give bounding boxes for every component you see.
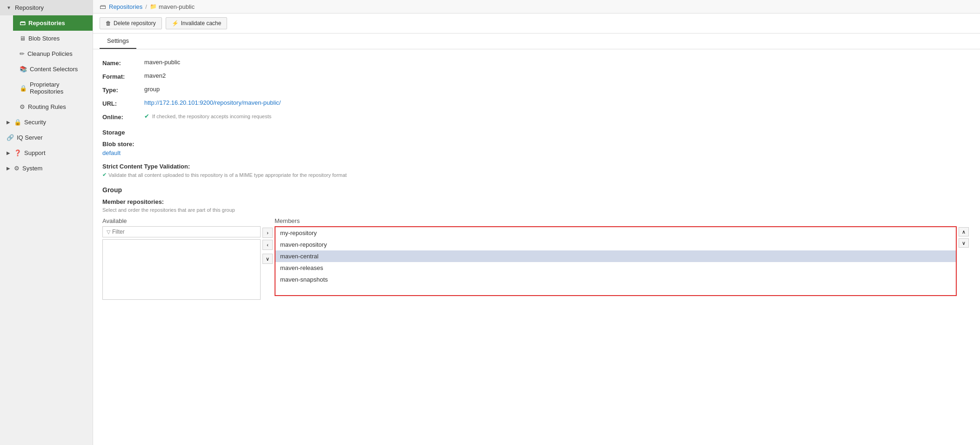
tab-settings[interactable]: Settings	[100, 34, 136, 49]
chevron-right-support-icon: ▶	[7, 150, 10, 155]
sidebar-group-repository[interactable]: ▼ Repository	[0, 0, 93, 15]
member-repos-title: Member repositories:	[102, 198, 971, 205]
format-value: maven2	[144, 72, 166, 79]
cleanup-policies-icon: ✏	[20, 50, 25, 57]
move-right-button[interactable]: ›	[262, 228, 273, 238]
breadcrumb-page-icon: 📁	[150, 3, 157, 10]
invalidate-button-label: Invalidate cache	[181, 20, 222, 27]
sidebar-item-repositories-label: Repositories	[28, 20, 65, 27]
member-item[interactable]: maven-central	[275, 250, 956, 262]
sidebar-item-repositories[interactable]: 🗃 Repositories	[13, 15, 93, 31]
sidebar-item-content-selectors-label: Content Selectors	[30, 66, 78, 73]
sidebar: ▼ Repository 🗃 Repositories 🖥 Blob Store…	[0, 0, 93, 445]
members-container: Members my-repositorymaven-repositorymav…	[275, 217, 971, 296]
member-item[interactable]: maven-snapshots	[275, 274, 956, 285]
sidebar-group-system-label: System	[22, 165, 42, 172]
proprietary-icon: 🔒	[20, 85, 27, 92]
chevron-down-icon: ▼	[7, 5, 11, 10]
sidebar-item-proprietary-repos[interactable]: 🔒 Proprietary Repositories	[13, 77, 93, 99]
sidebar-item-blob-stores[interactable]: 🖥 Blob Stores	[13, 31, 93, 46]
name-label: Name:	[102, 59, 144, 67]
filter-box: ▽	[102, 226, 261, 237]
security-icon: 🔒	[14, 119, 21, 126]
delete-button-label: Delete repository	[114, 20, 156, 27]
transfer-buttons: › ‹ ∨	[261, 228, 275, 264]
available-label: Available	[102, 217, 261, 224]
strict-check-icon: ✔	[102, 172, 107, 178]
member-repos-desc: Select and order the repositories that a…	[102, 207, 971, 213]
member-item[interactable]: maven-repository	[275, 239, 956, 250]
routing-icon: ⚙	[20, 103, 25, 110]
available-panel: Available ▽	[102, 217, 261, 300]
strict-content-validation: ✔ Validate that all content uploaded to …	[102, 172, 971, 178]
sidebar-item-iq-label: IQ Server	[17, 134, 43, 141]
strict-content-text: Validate that all content uploaded to th…	[108, 172, 347, 178]
members-panel: my-repositorymaven-repositorymaven-centr…	[275, 226, 957, 296]
sidebar-group-support[interactable]: ▶ ❓ Support	[0, 145, 93, 161]
sidebar-group-repository-label: Repository	[15, 4, 44, 11]
type-value: group	[144, 86, 160, 93]
delete-repository-button[interactable]: 🗑 Delete repository	[100, 17, 162, 29]
members-label: Members	[275, 217, 971, 224]
format-label: Format:	[102, 72, 144, 80]
move-up-order-button[interactable]: ∧	[959, 227, 969, 236]
online-label: Online:	[102, 113, 144, 121]
content-area: 🗃 Repositories / 📁 maven-public 🗑 Delete…	[93, 0, 980, 445]
strict-content-block: Strict Content Type Validation: ✔ Valida…	[102, 163, 971, 178]
invalidate-cache-button[interactable]: ⚡ Invalidate cache	[166, 17, 228, 29]
move-down-order-button[interactable]: ∨	[959, 238, 969, 248]
breadcrumb-separator: /	[145, 3, 147, 10]
members-inner: my-repositorymaven-repositorymaven-centr…	[275, 226, 971, 296]
member-item[interactable]: maven-releases	[275, 262, 956, 274]
filter-input[interactable]	[112, 229, 256, 235]
sidebar-item-content-selectors[interactable]: 📚 Content Selectors	[13, 61, 93, 77]
blob-store-value: default	[102, 149, 971, 156]
blob-store-block: Blob store: default	[102, 141, 971, 156]
chevron-right-icon: ▶	[7, 120, 10, 125]
sidebar-group-security-label: Security	[24, 119, 46, 126]
blob-store-label: Blob store:	[102, 141, 971, 148]
sidebar-group-system[interactable]: ▶ ⚙ System	[0, 161, 93, 176]
breadcrumb-repositories-link[interactable]: Repositories	[109, 3, 142, 10]
filter-icon: ▽	[107, 229, 110, 235]
strict-content-label: Strict Content Type Validation:	[102, 163, 971, 170]
name-value: maven-public	[144, 59, 180, 66]
repositories-icon: 🗃	[20, 20, 26, 27]
form-content: Name: maven-public Format: maven2 Type: …	[93, 49, 980, 445]
online-field-row: Online: ✔ If checked, the repository acc…	[102, 113, 971, 121]
delete-icon: 🗑	[106, 20, 111, 27]
members-list: my-repositorymaven-repositorymaven-centr…	[275, 227, 956, 285]
storage-section-title: Storage	[102, 129, 971, 136]
iq-server-icon: 🔗	[7, 134, 14, 141]
member-item[interactable]: my-repository	[275, 227, 956, 239]
online-description: If checked, the repository accepts incom…	[152, 114, 271, 119]
sidebar-group-security[interactable]: ▶ 🔒 Security	[0, 115, 93, 130]
available-list	[102, 239, 261, 300]
move-left-button[interactable]: ‹	[262, 240, 273, 250]
member-repos: Member repositories: Select and order th…	[102, 198, 971, 300]
sidebar-item-cleanup-policies[interactable]: ✏ Cleanup Policies	[13, 46, 93, 61]
breadcrumb-current: 📁 maven-public	[150, 3, 195, 10]
repos-layout: Available ▽ › ‹ ∨	[102, 217, 971, 300]
sidebar-item-proprietary-label: Proprietary Repositories	[30, 81, 86, 95]
repositories-breadcrumb-icon: 🗃	[100, 3, 106, 10]
breadcrumb: 🗃 Repositories / 📁 maven-public	[93, 0, 980, 13]
group-section: Group Member repositories: Select and or…	[102, 186, 971, 300]
tabs-bar: Settings	[93, 34, 980, 49]
blob-stores-icon: 🖥	[20, 35, 26, 42]
invalidate-icon: ⚡	[172, 20, 179, 27]
content-selectors-icon: 📚	[20, 66, 27, 73]
sidebar-item-routing-rules[interactable]: ⚙ Routing Rules	[13, 99, 93, 115]
sidebar-item-routing-label: Routing Rules	[28, 103, 66, 110]
url-label: URL:	[102, 99, 144, 107]
sidebar-item-iq-server[interactable]: 🔗 IQ Server	[0, 130, 93, 145]
url-field-row: URL: http://172.16.20.101:9200/repositor…	[102, 99, 971, 107]
sidebar-group-support-label: Support	[24, 149, 46, 156]
sidebar-item-blob-stores-label: Blob Stores	[28, 35, 60, 42]
move-down-button[interactable]: ∨	[262, 254, 273, 264]
type-label: Type:	[102, 86, 144, 94]
chevron-right-system-icon: ▶	[7, 166, 10, 171]
url-value[interactable]: http://172.16.20.101:9200/repository/mav…	[144, 99, 281, 106]
name-field-row: Name: maven-public	[102, 59, 971, 67]
online-check-icon: ✔	[144, 113, 149, 120]
